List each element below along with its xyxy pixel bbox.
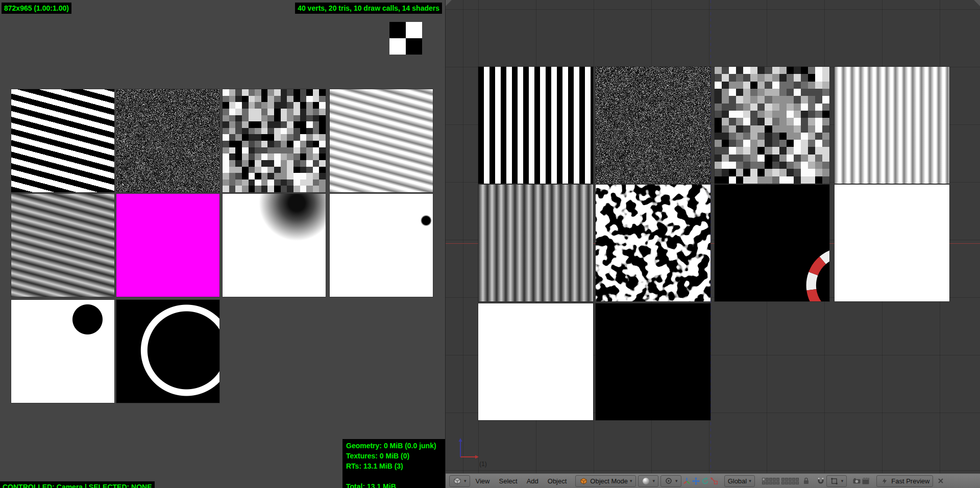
noise-cell: [223, 147, 229, 154]
render-anim-icon[interactable]: [861, 476, 870, 485]
menu-object[interactable]: Object: [543, 475, 572, 487]
layer-cell[interactable]: [789, 478, 792, 481]
noise-cell: [281, 109, 287, 115]
layer-cell[interactable]: [776, 481, 779, 484]
object-white[interactable]: [478, 303, 593, 420]
scale-icon[interactable]: [710, 476, 719, 485]
noise-cell: [287, 121, 293, 128]
chevron-down-icon: ▾: [630, 479, 632, 483]
layers-widget-group2[interactable]: [781, 478, 799, 484]
noise-cell: [722, 111, 729, 118]
object-vertical-stripes-bw[interactable]: [478, 67, 593, 184]
noise-cell: [313, 89, 320, 96]
object-black[interactable]: [596, 303, 710, 420]
object-organic-noise[interactable]: [596, 185, 710, 301]
noise-cell: [757, 169, 765, 176]
noise-cell: [235, 115, 242, 122]
noise-cell: [815, 118, 822, 125]
lock-icon[interactable]: [802, 476, 811, 485]
layer-cell[interactable]: [773, 481, 776, 484]
noise-cell: [801, 125, 808, 133]
noise-cell: [715, 104, 722, 111]
layer-cell[interactable]: [789, 481, 792, 484]
noise-cell: [743, 147, 750, 154]
layer-cell[interactable]: [773, 478, 776, 481]
layer-cell[interactable]: [781, 481, 785, 484]
layer-cell[interactable]: [769, 478, 772, 481]
noise-cell: [765, 89, 772, 96]
memory-stats-box: Geometry: 0 MiB (0.0 junk) Textures: 0 M…: [342, 439, 445, 488]
layer-cell[interactable]: [766, 481, 769, 484]
layer-cell[interactable]: [796, 478, 799, 481]
layer-cell[interactable]: [762, 481, 765, 484]
layer-cell[interactable]: [785, 478, 788, 481]
noise-cell: [736, 155, 743, 162]
editor-corner-handle[interactable]: [974, 0, 980, 6]
noise-cell: [300, 102, 307, 109]
menu-select[interactable]: Select: [494, 475, 522, 487]
editor-type-button[interactable]: ▾: [449, 475, 470, 487]
object-vertical-stripes-light[interactable]: [835, 67, 949, 184]
layer-cell[interactable]: [796, 481, 799, 484]
orientation-dropdown[interactable]: Global ▾: [724, 475, 755, 487]
noise-cell: [801, 155, 808, 162]
noise-cell: [255, 173, 261, 179]
noise-cell: [808, 133, 815, 140]
noise-cell: [306, 109, 313, 115]
blender-3d-viewport[interactable]: (1) ▾ View Select Add Object Object Mode…: [445, 0, 980, 488]
rotate-icon[interactable]: [701, 476, 710, 485]
noise-cell: [722, 155, 729, 162]
layer-cell[interactable]: [769, 481, 772, 484]
toolbar-extra-icon[interactable]: [936, 476, 945, 485]
layers-widget-group1[interactable]: [762, 478, 779, 484]
noise-cell: [287, 153, 293, 160]
noise-cell: [765, 140, 772, 147]
noise-cell: [293, 121, 300, 128]
noise-cell: [235, 134, 242, 141]
noise-cell: [715, 96, 722, 103]
block-noise-texture: [223, 89, 326, 192]
object-fine-noise[interactable]: [596, 67, 710, 184]
noise-cell: [293, 141, 300, 147]
memory-textures: Textures: 0 MiB (0): [346, 451, 445, 461]
pivot-dropdown[interactable]: ▾: [660, 475, 681, 487]
noise-cell: [715, 140, 722, 147]
layer-cell[interactable]: [781, 478, 785, 481]
noise-cell: [223, 179, 229, 186]
noise-cell: [274, 96, 281, 102]
menu-add[interactable]: Add: [522, 475, 543, 487]
object-white[interactable]: [835, 185, 949, 301]
manipulator-axis-icon[interactable]: [682, 476, 692, 485]
shading-dropdown[interactable]: ▾: [638, 475, 659, 487]
editor-corner-handle[interactable]: [446, 0, 452, 6]
noise-cell: [772, 82, 779, 89]
pane-divider[interactable]: [444, 0, 446, 488]
layer-cell[interactable]: [792, 481, 795, 484]
noise-cell: [319, 89, 326, 96]
noise-cell: [715, 147, 722, 154]
snap-magnet-icon[interactable]: [816, 476, 825, 485]
render-still-icon[interactable]: [852, 476, 861, 485]
object-block-noise[interactable]: [715, 67, 829, 184]
noise-cell: [772, 147, 779, 154]
noise-cell: [293, 186, 300, 192]
object-black-with-cursor[interactable]: [715, 185, 829, 301]
noise-cell: [242, 173, 249, 179]
noise-cell: [743, 155, 750, 162]
mode-dropdown[interactable]: Object Mode ▾: [575, 475, 635, 487]
render-preview-pane[interactable]: 872x965 (1.00:1.00) 40 verts, 20 tris, 1…: [0, 0, 445, 488]
noise-cell: [235, 160, 242, 167]
noise-cell: [750, 96, 757, 103]
menu-view[interactable]: View: [471, 475, 495, 487]
object-vertical-ribs-gray[interactable]: [478, 185, 593, 301]
snap-element-dropdown[interactable]: ▾: [826, 475, 847, 487]
fast-preview-button[interactable]: Fast Preview: [876, 475, 933, 487]
noise-cell: [249, 160, 255, 167]
layer-cell[interactable]: [762, 478, 765, 481]
noise-cell: [729, 155, 736, 162]
translate-icon[interactable]: [692, 476, 701, 485]
layer-cell[interactable]: [792, 478, 795, 481]
layer-cell[interactable]: [766, 478, 769, 481]
layer-cell[interactable]: [776, 478, 779, 481]
layer-cell[interactable]: [785, 481, 788, 484]
